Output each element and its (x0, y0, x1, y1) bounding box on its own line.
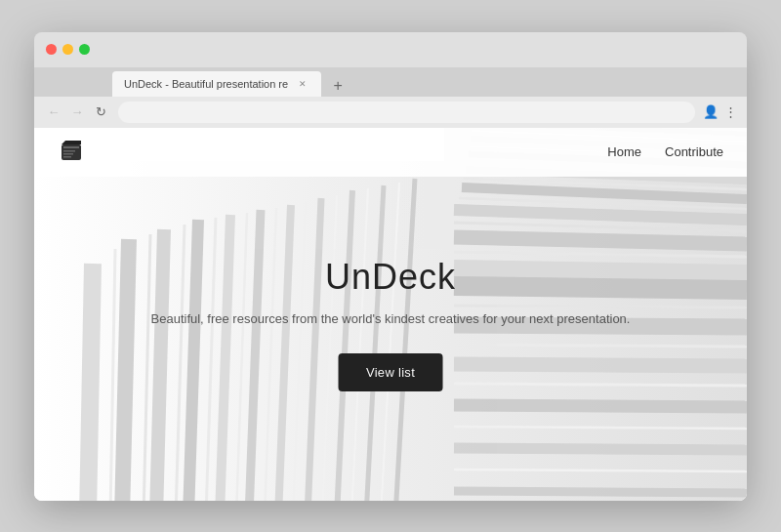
browser-icons: 👤 ⋮ (703, 104, 737, 119)
nav-links: Home Contribute (607, 144, 723, 159)
hero-content: UnDeck Beautiful, free resources from th… (151, 257, 631, 391)
tab-label: UnDeck - Beautiful presentation re (124, 78, 288, 90)
nav-home[interactable]: Home (607, 144, 641, 159)
website-content: Home Contribute UnDeck Beautiful, free r… (34, 128, 747, 501)
svg-line-45 (454, 405, 747, 407)
svg-line-24 (454, 237, 747, 244)
minimize-button[interactable] (62, 44, 73, 55)
svg-marker-57 (62, 141, 81, 144)
menu-icon[interactable]: ⋮ (724, 104, 737, 119)
hero-title: UnDeck (151, 257, 631, 298)
cta-button[interactable]: View list (339, 353, 442, 391)
title-bar (34, 32, 747, 67)
svg-rect-56 (63, 156, 71, 158)
svg-line-49 (454, 491, 747, 493)
maximize-button[interactable] (79, 44, 90, 55)
svg-line-3 (122, 239, 129, 501)
nav-contribute[interactable]: Contribute (665, 144, 723, 159)
new-tab-button[interactable]: + (325, 75, 350, 97)
profile-icon[interactable]: 👤 (703, 104, 719, 119)
site-logo (58, 139, 85, 166)
svg-rect-54 (63, 150, 75, 152)
nav-buttons: ← → ↻ (44, 102, 110, 122)
url-input[interactable] (118, 102, 695, 123)
close-button[interactable] (46, 44, 57, 55)
back-button[interactable]: ← (44, 102, 63, 122)
tab-close-button[interactable]: ✕ (296, 77, 309, 91)
tab-bar: UnDeck - Beautiful presentation re ✕ + (34, 67, 747, 97)
hero-subtitle: Beautiful, free resources from the world… (151, 311, 631, 326)
address-bar: ← → ↻ 👤 ⋮ (34, 97, 747, 128)
logo-icon (58, 139, 85, 166)
refresh-button[interactable]: ↻ (91, 102, 110, 122)
browser-window: UnDeck - Beautiful presentation re ✕ + ←… (34, 32, 747, 501)
browser-tab[interactable]: UnDeck - Beautiful presentation re ✕ (112, 71, 321, 97)
svg-line-1 (88, 264, 93, 501)
site-nav: Home Contribute (34, 128, 747, 177)
svg-line-47 (454, 448, 747, 450)
forward-button[interactable]: → (67, 102, 87, 122)
traffic-lights (46, 44, 90, 55)
svg-rect-55 (63, 153, 73, 155)
svg-rect-53 (63, 146, 79, 148)
